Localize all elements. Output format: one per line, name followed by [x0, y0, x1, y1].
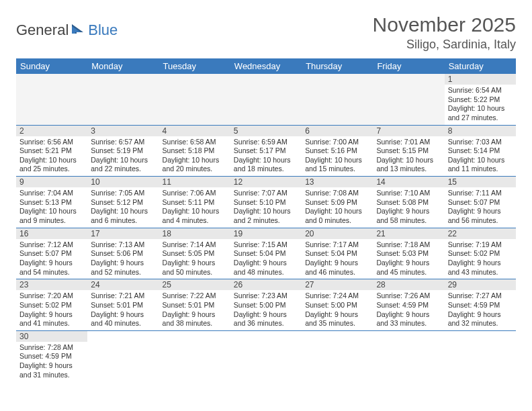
day-number-cell: 26	[230, 279, 302, 291]
day-number-cell	[373, 74, 444, 85]
day-info-cell: Sunrise: 7:01 AMSunset: 5:15 PMDaylight:…	[373, 136, 444, 177]
sunrise-text: Sunrise: 7:05 AM	[91, 189, 155, 198]
sunrise-text: Sunrise: 7:19 AM	[448, 240, 513, 250]
sunrise-text: Sunrise: 7:27 AM	[448, 291, 513, 301]
sunrise-text: Sunrise: 7:28 AM	[19, 343, 84, 353]
day-number-cell	[159, 330, 230, 342]
day-info-cell: Sunrise: 6:56 AMSunset: 5:21 PMDaylight:…	[16, 136, 87, 177]
day-number-cell: 16	[16, 228, 87, 239]
day-number-cell: 5	[230, 125, 302, 136]
day-info-cell: Sunrise: 7:22 AMSunset: 5:01 PMDaylight:…	[159, 290, 230, 330]
day-info-cell	[230, 342, 302, 382]
day-info-cell: Sunrise: 6:57 AMSunset: 5:19 PMDaylight:…	[87, 136, 159, 177]
sunrise-text: Sunrise: 7:13 AM	[91, 240, 155, 250]
title-block: November 2025 Siligo, Sardinia, Italy	[373, 13, 516, 52]
day-info-cell	[230, 85, 302, 125]
info-row: Sunrise: 6:56 AMSunset: 5:21 PMDaylight:…	[16, 136, 516, 177]
sunset-text: Sunset: 5:05 PM	[163, 249, 227, 259]
sunrise-text: Sunrise: 7:00 AM	[305, 138, 369, 147]
day-info-cell: Sunrise: 7:24 AMSunset: 5:00 PMDaylight:…	[302, 290, 373, 330]
day-number-cell: 11	[159, 177, 230, 188]
daylight-text: Daylight: 9 hours and 45 minutes.	[376, 259, 441, 277]
sunset-text: Sunset: 5:21 PM	[19, 146, 84, 156]
day-info-cell	[302, 342, 373, 382]
sunrise-text: Sunrise: 7:20 AM	[19, 291, 84, 301]
daylight-text: Daylight: 10 hours and 13 minutes.	[376, 156, 441, 174]
day-number-cell: 13	[302, 177, 373, 188]
daylight-text: Daylight: 10 hours and 11 minutes.	[448, 156, 513, 174]
sunset-text: Sunset: 5:02 PM	[19, 301, 84, 310]
sunset-text: Sunset: 5:06 PM	[91, 249, 155, 259]
day-info-cell	[87, 342, 159, 382]
day-info-cell: Sunrise: 7:05 AMSunset: 5:12 PMDaylight:…	[87, 187, 159, 228]
sunrise-text: Sunrise: 7:10 AM	[376, 189, 441, 198]
sunset-text: Sunset: 5:15 PM	[376, 146, 441, 156]
sunrise-text: Sunrise: 7:21 AM	[91, 291, 155, 301]
daylight-text: Daylight: 10 hours and 27 minutes.	[448, 104, 513, 122]
day-info-cell: Sunrise: 7:28 AMSunset: 4:59 PMDaylight:…	[16, 342, 87, 382]
daylight-text: Daylight: 9 hours and 32 minutes.	[448, 310, 513, 328]
daylight-text: Daylight: 10 hours and 0 minutes.	[305, 207, 369, 225]
day-number-cell	[445, 330, 516, 342]
info-row: Sunrise: 7:04 AMSunset: 5:13 PMDaylight:…	[16, 187, 516, 228]
sunrise-text: Sunrise: 7:01 AM	[376, 138, 441, 147]
day-number-cell	[230, 330, 302, 342]
daylight-text: Daylight: 9 hours and 36 minutes.	[234, 310, 298, 328]
day-info-cell: Sunrise: 7:23 AMSunset: 5:00 PMDaylight:…	[230, 290, 302, 330]
daylight-text: Daylight: 9 hours and 58 minutes.	[376, 207, 441, 225]
sunset-text: Sunset: 5:22 PM	[448, 95, 513, 105]
sunrise-text: Sunrise: 7:23 AM	[234, 291, 298, 301]
info-row: Sunrise: 6:54 AMSunset: 5:22 PMDaylight:…	[16, 85, 516, 125]
sunrise-text: Sunrise: 7:26 AM	[376, 291, 441, 301]
daylight-text: Daylight: 9 hours and 31 minutes.	[19, 361, 84, 379]
daynum-row: 23242526272829	[16, 279, 516, 291]
weekday-header: Monday	[87, 58, 159, 74]
logo: General Blue	[16, 13, 118, 39]
sunrise-text: Sunrise: 6:59 AM	[234, 138, 298, 147]
day-info-cell: Sunrise: 7:06 AMSunset: 5:11 PMDaylight:…	[159, 187, 230, 228]
day-info-cell: Sunrise: 7:26 AMSunset: 4:59 PMDaylight:…	[373, 290, 444, 330]
weekday-header: Sunday	[16, 58, 87, 74]
daylight-text: Daylight: 10 hours and 22 minutes.	[91, 156, 155, 174]
day-number-cell	[87, 330, 159, 342]
calendar-table: Sunday Monday Tuesday Wednesday Thursday…	[16, 58, 516, 381]
day-info-cell: Sunrise: 7:03 AMSunset: 5:14 PMDaylight:…	[445, 136, 516, 177]
day-info-cell	[373, 342, 444, 382]
day-number-cell	[16, 74, 87, 85]
daylight-text: Daylight: 9 hours and 41 minutes.	[19, 310, 84, 328]
day-number-cell	[87, 74, 159, 85]
day-info-cell: Sunrise: 7:17 AMSunset: 5:04 PMDaylight:…	[302, 239, 373, 279]
day-number-cell	[230, 74, 302, 85]
day-number-cell: 12	[230, 177, 302, 188]
day-info-cell: Sunrise: 7:20 AMSunset: 5:02 PMDaylight:…	[16, 290, 87, 330]
daylight-text: Daylight: 9 hours and 43 minutes.	[448, 259, 513, 277]
day-number-cell: 17	[87, 228, 159, 239]
daylight-text: Daylight: 9 hours and 40 minutes.	[91, 310, 155, 328]
day-info-cell: Sunrise: 7:00 AMSunset: 5:16 PMDaylight:…	[302, 136, 373, 177]
weekday-header: Thursday	[302, 58, 373, 74]
daynum-row: 30	[16, 330, 516, 342]
day-number-cell: 2	[16, 125, 87, 136]
day-info-cell: Sunrise: 7:12 AMSunset: 5:07 PMDaylight:…	[16, 239, 87, 279]
sunrise-text: Sunrise: 7:24 AM	[305, 291, 369, 301]
daylight-text: Daylight: 10 hours and 2 minutes.	[234, 207, 298, 225]
day-info-cell	[302, 85, 373, 125]
sunset-text: Sunset: 5:11 PM	[163, 198, 227, 208]
sunrise-text: Sunrise: 6:57 AM	[91, 138, 155, 147]
day-number-cell: 25	[159, 279, 230, 291]
weekday-header: Tuesday	[159, 58, 230, 74]
day-info-cell	[159, 85, 230, 125]
sunset-text: Sunset: 5:03 PM	[376, 249, 441, 259]
sunset-text: Sunset: 5:09 PM	[305, 198, 369, 208]
day-number-cell: 6	[302, 125, 373, 136]
sunset-text: Sunset: 5:16 PM	[305, 146, 369, 156]
sunrise-text: Sunrise: 7:08 AM	[305, 189, 369, 198]
header: General Blue November 2025 Siligo, Sardi…	[16, 13, 516, 52]
sunset-text: Sunset: 5:13 PM	[19, 198, 84, 208]
sunrise-text: Sunrise: 7:14 AM	[163, 240, 227, 250]
day-number-cell: 8	[445, 125, 516, 136]
day-info-cell	[16, 85, 87, 125]
weekday-header: Saturday	[445, 58, 516, 74]
daylight-text: Daylight: 9 hours and 52 minutes.	[91, 259, 155, 277]
daylight-text: Daylight: 10 hours and 25 minutes.	[19, 156, 84, 174]
